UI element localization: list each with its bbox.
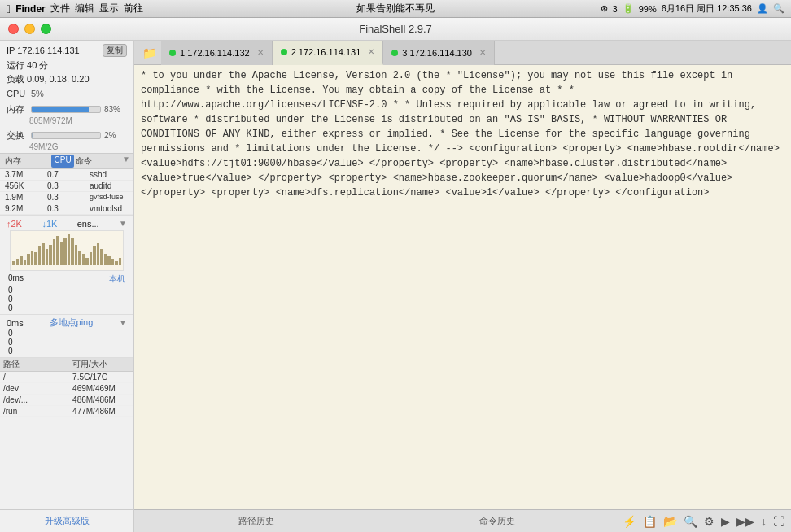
proc-cmd-0: sshd [88, 170, 130, 179]
upgrade-section: 升级高级版 [0, 509, 133, 532]
menu-go[interactable]: 前往 [124, 2, 143, 15]
disk-header: 路径 可用/大小 [0, 358, 133, 372]
tab-label-3: 3 172.16.114.130 [402, 48, 472, 58]
copy-icon[interactable]: 📋 [643, 515, 657, 528]
ping-val-0: 0 [7, 329, 127, 338]
tab-dot-2 [281, 49, 287, 55]
search-icon[interactable]: 🔍 [684, 515, 697, 528]
terminal-content[interactable]: * to you under the Apache License, Versi… [134, 65, 791, 509]
mem-stat-row: 内存 83% [7, 103, 127, 116]
swap-value: 2% [104, 131, 127, 140]
minimize-button[interactable] [24, 24, 35, 34]
disk-path-1: /dev [3, 384, 72, 393]
proc-cpu-2: 0.3 [46, 193, 88, 202]
spark-bar [16, 259, 20, 265]
bottom-bar: 路径历史 命令历史 ⚡ 📋 📂 🔍 ⚙ ▶ ▶▶ ↓ ⛶ [134, 509, 791, 532]
net-ping-row: 0ms 本机 [7, 273, 127, 286]
proc-mem-3: 9.2M [3, 204, 46, 213]
spark-bar [107, 256, 111, 265]
menu-file[interactable]: 文件 [50, 2, 70, 15]
swap-stat-section: 交换 2% 49M/2G [0, 127, 133, 153]
copy-ip-button[interactable]: 复制 [103, 44, 127, 57]
cpu-value: 5% [31, 89, 54, 98]
user-icon: 👤 [757, 3, 768, 14]
fullscreen-icon[interactable]: ⛶ [773, 515, 784, 528]
disk-usage-3: 477M/486M [72, 407, 130, 416]
sparkline [11, 231, 123, 267]
proc-table-header: 内存 CPU 命令 ▼ [0, 153, 133, 169]
spark-bar [119, 258, 122, 265]
multi-ping-button[interactable]: 多地点ping [50, 316, 94, 329]
mem-progress-container: 83% [31, 105, 127, 114]
tab-close-2[interactable]: ✕ [368, 47, 374, 56]
proc-expand-icon[interactable]: ▼ [122, 155, 130, 168]
swap-detail: 49M/2G [7, 142, 127, 151]
proc-row-1: 456K 0.3 auditd [0, 181, 133, 192]
search-icon[interactable]: 🔍 [773, 3, 784, 14]
network-section: ↑2K ↓1K ens... ▼ 0ms 本机 0 0 0 [0, 215, 133, 314]
ping-val-2: 0 [7, 347, 127, 355]
load-stat: 负载 0.09, 0.18, 0.20 [0, 72, 133, 86]
disk-col-usage: 可用/大小 [72, 359, 130, 370]
play-icon[interactable]: ▶ [721, 515, 730, 528]
ping-expand[interactable]: ▼ [119, 318, 127, 327]
net-val-1: 0 [7, 294, 127, 303]
spark-bar [90, 252, 93, 265]
folder-open-icon[interactable]: 📂 [663, 515, 677, 528]
tab-close-3[interactable]: ✕ [479, 48, 486, 57]
date-time: 6月16日 周日 12:35:36 [662, 2, 752, 15]
mem-label: 内存 [7, 103, 28, 116]
folder-icon[interactable]: 📁 [138, 43, 161, 63]
spark-bar [63, 238, 67, 265]
main-layout: IP 172.16.114.131 复制 运行 40 分 负载 0.09, 0.… [0, 41, 791, 532]
spark-bar [68, 234, 71, 265]
tab-dot-1 [169, 50, 176, 56]
fast-forward-icon[interactable]: ▶▶ [736, 515, 754, 528]
net-down: ↓1K [42, 219, 57, 229]
lightning-icon[interactable]: ⚡ [623, 515, 636, 528]
menu-finder[interactable]: Finder [15, 3, 46, 15]
swap-progress-fill [32, 133, 33, 138]
spark-bar [111, 259, 115, 265]
menubar-left:  Finder 文件 编辑 显示 前往 [7, 2, 143, 15]
tab-3[interactable]: 3 172.16.114.130 ✕ [383, 41, 495, 65]
net-expand[interactable]: ▼ [119, 219, 127, 229]
settings-icon[interactable]: ⚙ [704, 515, 715, 528]
ping-section: 0ms 多地点ping ▼ 0 0 0 [0, 314, 133, 357]
spark-bar [75, 245, 78, 265]
close-button[interactable] [8, 24, 19, 34]
spark-bar [85, 258, 89, 265]
spark-bar [100, 249, 103, 265]
proc-cpu-0: 0.7 [46, 170, 88, 179]
menu-view[interactable]: 显示 [99, 2, 119, 15]
download-icon[interactable]: ↓ [761, 515, 767, 528]
swap-progress-container: 2% [31, 131, 127, 140]
spark-bar [31, 251, 34, 265]
proc-mem-0: 3.7M [3, 170, 46, 179]
proc-mem-2: 1.9M [3, 193, 46, 202]
tab-1[interactable]: 1 172.16.114.132 ✕ [161, 41, 273, 65]
disk-usage-2: 486M/486M [72, 395, 130, 404]
proc-col-cpu[interactable]: CPU [51, 155, 73, 168]
cpu-stat-row: CPU 5% [0, 87, 133, 100]
proc-col-cmd[interactable]: 命令 [74, 155, 122, 168]
spark-bar [38, 246, 42, 265]
proc-col-mem[interactable]: 内存 [3, 155, 51, 168]
mem-detail: 805M/972M [7, 116, 127, 125]
spark-bar [56, 236, 59, 265]
tab-2[interactable]: 2 172.16.114.131 ✕ [273, 41, 384, 65]
spark-bar [115, 261, 118, 265]
mem-stat-section: 内存 83% 805M/972M [0, 101, 133, 127]
ping-label: 0ms [7, 318, 24, 328]
cmd-history-label[interactable]: 命令历史 [382, 515, 613, 527]
path-history-label[interactable]: 路径历史 [141, 515, 372, 527]
tab-close-1[interactable]: ✕ [257, 48, 264, 57]
net-ping-label: 0ms [8, 273, 24, 285]
disk-path-3: /run [3, 407, 72, 416]
spark-bar [46, 249, 49, 265]
runtime-stat: 运行 40 分 [0, 59, 133, 72]
ip-address: IP 172.16.114.131 [7, 46, 80, 55]
upgrade-button[interactable]: 升级高级版 [45, 515, 90, 527]
maximize-button[interactable] [41, 24, 51, 34]
menu-edit[interactable]: 编辑 [75, 2, 94, 15]
